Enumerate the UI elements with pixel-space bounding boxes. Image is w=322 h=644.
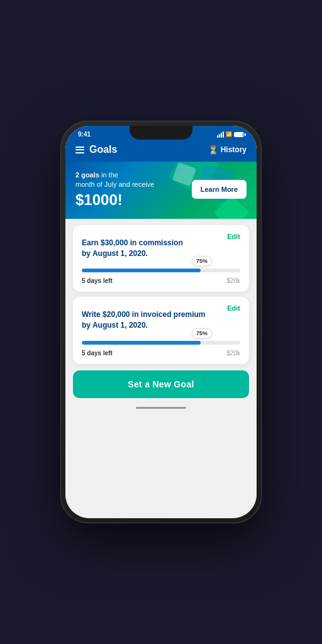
goal-2-amount: $20k: [226, 350, 240, 357]
main-content: Edit Earn $30,000 in commissionby August…: [65, 219, 257, 518]
signal-bars-icon: [217, 131, 224, 138]
menu-button[interactable]: [75, 147, 84, 153]
edit-goal-2-button[interactable]: Edit: [227, 304, 240, 312]
goal-1-progress-fill: [82, 269, 201, 272]
goal-2-title: Write $20,000 in invoiced premiumby Augu…: [82, 309, 240, 331]
home-bar: [136, 407, 186, 409]
goal-2-progress-fill: [82, 341, 201, 345]
status-time: 9:41: [78, 131, 91, 138]
promo-text: 2 goals in the month of July and receive…: [75, 170, 186, 209]
goal-1-amount: $20k: [226, 277, 240, 284]
wifi-icon: 📶: [226, 131, 232, 137]
goal-1-tooltip: 75%: [192, 256, 212, 266]
goal-1-days-left: 5 days left: [82, 277, 113, 284]
promo-amount: $1000!: [75, 191, 186, 209]
battery-icon: [234, 132, 244, 137]
history-icon: ⏳: [208, 145, 218, 155]
home-indicator: [73, 403, 249, 411]
learn-more-button[interactable]: Learn More: [192, 180, 247, 199]
goal-card-2: Edit Write $20,000 in invoiced premiumby…: [73, 297, 249, 364]
promo-subtitle: 2 goals in the month of July and receive: [75, 170, 186, 190]
edit-goal-1-button[interactable]: Edit: [227, 233, 240, 240]
goal-2-tooltip: 75%: [192, 328, 212, 338]
goal-2-footer: 5 days left $20k: [82, 350, 240, 357]
goal-2-progress-track: [82, 341, 240, 345]
goal-2-progress-container: 75%: [82, 341, 240, 345]
goal-1-progress-track: [82, 269, 240, 272]
goal-2-days-left: 5 days left: [82, 350, 113, 357]
set-new-goal-button[interactable]: Set a New Goal: [73, 370, 249, 398]
history-button[interactable]: ⏳ History: [208, 145, 247, 155]
goal-1-title: Earn $30,000 in commissionby August 1, 2…: [82, 238, 240, 259]
goal-1-progress-container: 75%: [82, 269, 240, 272]
header: Goals ⏳ History: [65, 139, 257, 162]
status-icons: 📶: [217, 131, 244, 138]
page-title: Goals: [89, 144, 117, 155]
goal-1-footer: 5 days left $20k: [82, 277, 240, 284]
goal-card-1: Edit Earn $30,000 in commissionby August…: [73, 225, 249, 292]
promo-banner: 2 goals in the month of July and receive…: [65, 162, 257, 219]
